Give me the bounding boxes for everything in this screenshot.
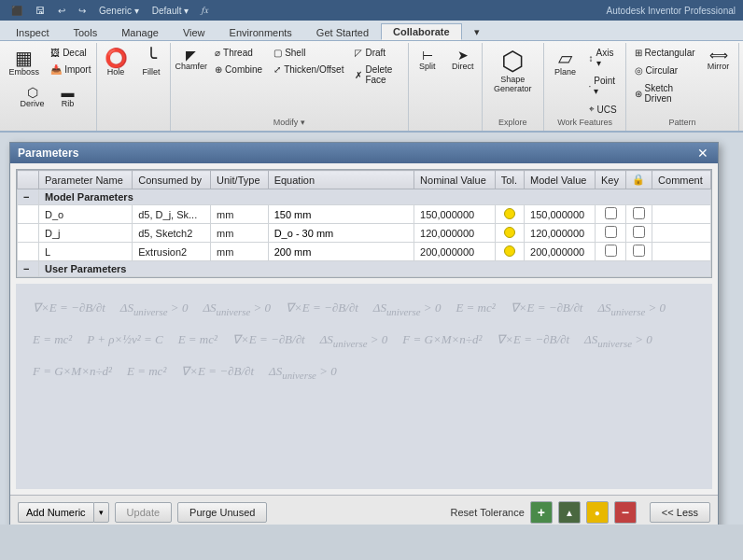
split-icon: ⊢ bbox=[422, 49, 433, 62]
param-name-do[interactable]: D_o bbox=[39, 205, 133, 224]
param-name-dj[interactable]: D_j bbox=[39, 224, 133, 243]
tab-more[interactable]: ▾ bbox=[462, 23, 492, 40]
consumed-do: d5, D_j, Sk... bbox=[133, 205, 211, 224]
deleteface-icon: ✗ bbox=[355, 70, 362, 80]
deleteface-label: Delete Face bbox=[365, 64, 400, 85]
formula-btn[interactable]: 𝑓𝑥 bbox=[198, 4, 212, 17]
undo-btn[interactable]: ↩ bbox=[54, 5, 69, 17]
tol-circle-btn[interactable]: ● bbox=[586, 501, 609, 524]
circular-label: Circular bbox=[646, 65, 678, 76]
shell-btn[interactable]: ▢ Shell bbox=[269, 45, 348, 61]
purge-unused-btn[interactable]: Purge Unused bbox=[177, 502, 267, 523]
tol-plus-btn[interactable]: + bbox=[530, 501, 553, 524]
unit-do: mm bbox=[211, 205, 269, 224]
redo-btn[interactable]: ↪ bbox=[75, 5, 90, 17]
add-numeric-btn[interactable]: Add Numeric bbox=[18, 502, 93, 523]
point-btn[interactable]: · Point ▾ bbox=[584, 73, 622, 99]
tab-tools[interactable]: Tools bbox=[61, 24, 109, 40]
hole-label: Hole bbox=[107, 67, 125, 77]
col-model: Model Value bbox=[525, 171, 596, 189]
tol-do bbox=[495, 205, 524, 224]
import-btn[interactable]: 📥 Import bbox=[46, 62, 95, 77]
key-do[interactable] bbox=[596, 205, 626, 224]
fillet-label: Fillet bbox=[143, 67, 161, 77]
direct-btn[interactable]: ➤ Direct bbox=[446, 45, 480, 75]
equation-do[interactable] bbox=[268, 205, 414, 224]
axis-btn[interactable]: ↕ Axis ▾ bbox=[584, 45, 622, 71]
draft-icon: ◸ bbox=[355, 48, 362, 58]
shapegen-btn[interactable]: ⬡ ShapeGenerator bbox=[484, 45, 540, 97]
mirror-btn[interactable]: ⟺ Mirror bbox=[702, 45, 736, 75]
row-indent-l bbox=[18, 243, 39, 261]
equation-l[interactable] bbox=[268, 243, 414, 261]
combine-btn[interactable]: ⊕ Combine bbox=[210, 62, 267, 77]
hole-btn[interactable]: ⭕ Hole bbox=[99, 45, 133, 80]
dialog-math-area: ∇×E = −∂B/∂t ΔSuniverse > 0 ΔSuniverse >… bbox=[16, 284, 712, 489]
app-icon[interactable]: ⬛ bbox=[7, 5, 26, 17]
chamfer-label: Chamfer bbox=[175, 62, 208, 71]
lock-do[interactable] bbox=[626, 205, 652, 224]
derive-btn[interactable]: ⬡ Derive bbox=[16, 82, 49, 112]
comment-dj[interactable] bbox=[652, 224, 711, 243]
less-btn[interactable]: << Less bbox=[650, 502, 710, 523]
combine-label: Combine bbox=[225, 64, 262, 75]
inner-math-bg: ∇×E = −∂B/∂t ΔSuniverse > 0 ΔSuniverse >… bbox=[16, 284, 712, 489]
dialog-close-btn[interactable]: ✕ bbox=[695, 146, 710, 161]
lock-l[interactable] bbox=[626, 243, 652, 261]
equation-dj[interactable] bbox=[268, 224, 414, 243]
deleteface-btn[interactable]: ✗ Delete Face bbox=[350, 62, 404, 88]
lock-dj[interactable] bbox=[626, 224, 652, 243]
sketchdriven-btn[interactable]: ⊛ Sketch Driven bbox=[630, 80, 700, 106]
add-numeric-arrow[interactable]: ▾ bbox=[93, 502, 109, 523]
key-dj[interactable] bbox=[596, 224, 626, 243]
expand-model[interactable]: − bbox=[18, 189, 39, 205]
plane-label: Plane bbox=[554, 67, 576, 77]
fillet-btn[interactable]: ╰ Fillet bbox=[134, 45, 168, 80]
rectangular-btn[interactable]: ⊞ Rectangular bbox=[630, 45, 700, 61]
expand-user[interactable]: − bbox=[18, 261, 39, 277]
decal-btn[interactable]: 🖼 Decal bbox=[46, 45, 95, 61]
comment-do[interactable] bbox=[652, 205, 711, 224]
model-l: 200,000000 bbox=[525, 243, 596, 261]
draft-label: Draft bbox=[365, 48, 386, 58]
tol-triangle-btn[interactable]: ▲ bbox=[558, 501, 581, 524]
col-param-name: Parameter Name bbox=[39, 171, 133, 189]
table-row: D_j d5, Sketch2 mm 120,000000 120,000000 bbox=[18, 224, 711, 243]
consumed-l: Extrusion2 bbox=[133, 243, 211, 261]
tab-inspect[interactable]: Inspect bbox=[4, 24, 61, 40]
ucs-btn[interactable]: ⌖ UCS bbox=[584, 101, 622, 118]
axis-label: Axis ▾ bbox=[596, 48, 617, 68]
modify-group-label: Modify ▾ bbox=[273, 118, 305, 129]
derive-label: Derive bbox=[21, 99, 45, 108]
tab-manage[interactable]: Manage bbox=[109, 24, 171, 40]
split-btn-r[interactable]: ⊢ Split bbox=[411, 45, 444, 75]
emboss-btn[interactable]: ▦ Emboss bbox=[5, 45, 45, 80]
comment-l[interactable] bbox=[652, 243, 711, 261]
section-user-params: − User Parameters bbox=[18, 261, 711, 277]
ribbon-tabs: Inspect Tools Manage View Environments G… bbox=[0, 21, 743, 41]
tol-minus-btn[interactable]: − bbox=[614, 501, 637, 524]
model-dj: 120,000000 bbox=[525, 224, 596, 243]
tol-l bbox=[495, 243, 524, 261]
quick-save[interactable]: 🖫 bbox=[32, 5, 49, 17]
generic-dropdown[interactable]: Generic ▾ bbox=[95, 5, 143, 17]
params-table-wrapper: Parameter Name Consumed by Unit/Type Equ… bbox=[16, 169, 712, 278]
key-l[interactable] bbox=[596, 243, 626, 261]
thicken-btn[interactable]: ⤢ Thicken/Offset bbox=[269, 62, 348, 77]
rib-btn[interactable]: ▬ Rib bbox=[51, 82, 85, 112]
section-model-params: − Model Parameters bbox=[18, 189, 711, 205]
param-name-l[interactable]: L bbox=[39, 243, 133, 261]
thread-btn[interactable]: ⌀ Thread bbox=[210, 45, 267, 61]
default-dropdown[interactable]: Default ▾ bbox=[148, 5, 192, 17]
tab-collaborate[interactable]: Collaborate bbox=[381, 23, 462, 40]
tab-view[interactable]: View bbox=[171, 24, 217, 40]
draft-btn[interactable]: ◸ Draft bbox=[350, 45, 404, 61]
chamfer-btn[interactable]: ◤ Chamfer bbox=[174, 45, 208, 75]
update-btn[interactable]: Update bbox=[115, 502, 172, 523]
plane-btn[interactable]: ▱ Plane bbox=[549, 45, 582, 80]
decal-label: Decal bbox=[63, 48, 87, 58]
tab-getstarted[interactable]: Get Started bbox=[304, 24, 381, 40]
tab-environments[interactable]: Environments bbox=[217, 24, 304, 40]
circular-btn[interactable]: ◎ Circular bbox=[630, 63, 700, 78]
shapegen-icon: ⬡ bbox=[501, 49, 524, 75]
